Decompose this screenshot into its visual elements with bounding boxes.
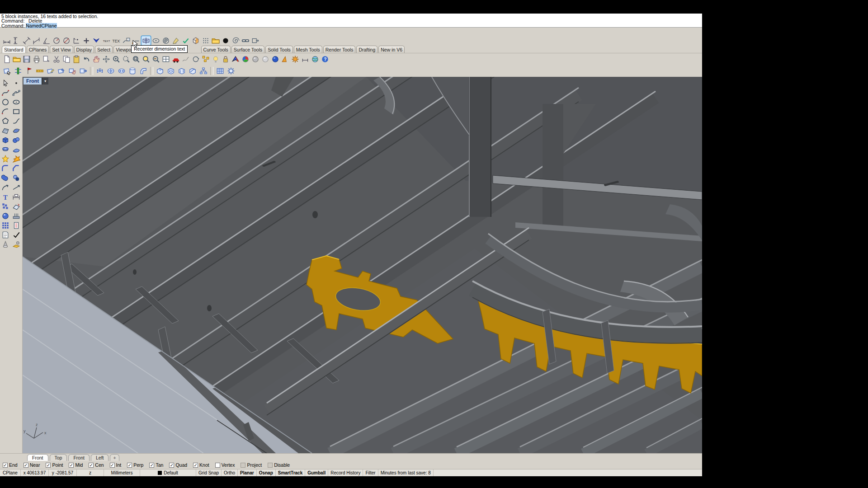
pipe-dashed-icon[interactable] — [35, 66, 45, 76]
dim-angle-icon[interactable] — [42, 36, 51, 45]
viewport-tab-top-1[interactable]: Top — [50, 454, 67, 461]
zoom-dynamic-icon[interactable] — [122, 55, 131, 64]
chamfer-edge-icon[interactable] — [11, 164, 21, 173]
surface-patch-icon[interactable] — [11, 126, 21, 135]
sketch-icon[interactable] — [181, 55, 190, 64]
osnap-vertex[interactable]: Vertex — [215, 462, 235, 468]
spheres-icon[interactable] — [11, 136, 21, 144]
viewport-tab-front-0[interactable]: Front — [27, 454, 48, 461]
osnap-perp[interactable]: ✓Perp — [127, 462, 143, 468]
status-cplane[interactable]: CPlane — [0, 469, 21, 476]
checkbox-quad[interactable]: ✓ — [169, 463, 174, 468]
box-note-icon[interactable] — [188, 66, 198, 76]
viewport-title[interactable]: Front ▼ — [24, 78, 48, 84]
copy-icon[interactable] — [62, 55, 71, 64]
tab-standard[interactable]: Standard — [2, 46, 26, 53]
table-grid-icon[interactable] — [215, 66, 225, 76]
box-solid-icon[interactable] — [0, 136, 10, 144]
arrow-down-blue-icon[interactable] — [92, 36, 101, 45]
spiral-curve-icon[interactable] — [231, 36, 240, 45]
boolean-blob-icon[interactable] — [0, 174, 10, 182]
text-object-icon[interactable]: T — [0, 192, 10, 201]
status-default[interactable]: Default — [140, 469, 196, 476]
status-y-2081-57[interactable]: y -2081.57 — [49, 469, 77, 476]
status-z[interactable]: z — [77, 469, 104, 476]
leader-annotate-icon[interactable]: 2 — [122, 36, 131, 45]
viewport-tab-front-2[interactable]: Front — [68, 454, 90, 461]
status-gumball[interactable]: Gumball — [305, 469, 328, 476]
curve-control-icon[interactable] — [11, 88, 21, 97]
torus-icon[interactable] — [0, 145, 10, 154]
plane-tool-icon[interactable] — [11, 202, 21, 211]
rhino-logo-icon[interactable] — [231, 55, 240, 64]
gasket-icon[interactable] — [117, 66, 127, 76]
dim-vertical-icon[interactable] — [12, 36, 21, 45]
checkbox-end[interactable]: ✓ — [3, 463, 8, 468]
arrow-box-icon[interactable] — [251, 36, 260, 45]
checkbox-mid[interactable]: ✓ — [69, 463, 74, 468]
curve-fillet-icon[interactable] — [0, 183, 10, 192]
lock-icon[interactable] — [221, 55, 230, 64]
tab-render-tools[interactable]: Render Tools — [323, 46, 356, 53]
cut-icon[interactable] — [52, 55, 61, 64]
select-cursor-icon[interactable] — [0, 79, 10, 87]
dim-diameter-icon[interactable] — [62, 36, 71, 45]
group-squares-icon[interactable] — [0, 202, 10, 211]
explode-star-icon[interactable] — [0, 155, 10, 163]
checkbox-near[interactable]: ✓ — [24, 463, 28, 468]
explode-burst-icon[interactable] — [11, 155, 21, 163]
status-millimeters[interactable]: Millimeters — [104, 469, 140, 476]
new-file-icon[interactable] — [2, 55, 11, 64]
arc-icon[interactable] — [0, 107, 10, 116]
checkbox-cen[interactable]: ✓ — [89, 463, 94, 468]
dim-edit-icon[interactable] — [171, 36, 180, 45]
tab-set-view[interactable]: Set View — [50, 46, 73, 53]
status-filter[interactable]: Filter — [363, 469, 378, 476]
paste-icon[interactable] — [72, 55, 81, 64]
gear-blue-icon[interactable] — [226, 66, 236, 76]
osnap-quad[interactable]: ✓Quad — [169, 462, 187, 468]
dim-horizontal-icon[interactable] — [2, 36, 11, 45]
pan-hand-icon[interactable] — [92, 55, 101, 64]
chevron-down-icon[interactable]: ▼ — [44, 80, 47, 83]
notify-triangle-icon[interactable] — [281, 55, 290, 64]
recenter-dim-icon[interactable] — [142, 36, 151, 45]
save-icon[interactable] — [22, 55, 31, 64]
ellipse-icon[interactable] — [11, 98, 21, 106]
osnap-cen[interactable]: ✓Cen — [89, 462, 104, 468]
four-viewports-icon[interactable] — [161, 55, 170, 64]
status-grid-snap[interactable]: Grid Snap — [196, 469, 222, 476]
dim-radius-icon[interactable] — [52, 36, 61, 45]
curve-blend-icon[interactable] — [11, 117, 21, 125]
plus-icon[interactable] — [82, 36, 91, 45]
checkbox-disable[interactable] — [268, 463, 273, 468]
dim-aligned-icon[interactable] — [22, 36, 31, 45]
viewport-title-label[interactable]: Front — [24, 78, 42, 84]
check-select-icon[interactable] — [11, 230, 21, 239]
curve-icon[interactable] — [0, 88, 10, 97]
flag-marker-icon[interactable] — [24, 66, 34, 76]
new-viewport-tab[interactable]: + — [110, 454, 119, 461]
undo-icon[interactable] — [82, 55, 91, 64]
checkbox-point[interactable]: ✓ — [46, 463, 51, 468]
checkbox-int[interactable]: ✓ — [110, 463, 115, 468]
dim-small-icon[interactable] — [301, 55, 310, 64]
viewport-3d-scene[interactable]: z x y — [23, 77, 702, 453]
sphere-rendered-icon[interactable] — [271, 55, 280, 64]
tab-curve-tools[interactable]: Curve Tools — [201, 46, 231, 53]
osnap-int[interactable]: ✓Int — [110, 462, 122, 468]
tab-select[interactable]: Select — [95, 46, 113, 53]
checkbox-knot[interactable]: ✓ — [193, 463, 198, 468]
dim-tool-icon[interactable] — [11, 192, 21, 201]
tab-cplanes[interactable]: CPlanes — [27, 46, 49, 53]
notes-tool-icon[interactable] — [0, 230, 10, 239]
checkbox-tan[interactable]: ✓ — [149, 463, 154, 468]
panel-stamp-icon[interactable] — [57, 66, 66, 76]
hatch-icon[interactable] — [161, 36, 170, 45]
point-icon[interactable] — [11, 79, 21, 87]
analysis-tool-icon[interactable] — [11, 211, 21, 220]
checkbox-project[interactable] — [241, 463, 245, 468]
curve-extend-icon[interactable] — [11, 183, 21, 192]
boolean-circles-icon[interactable] — [11, 174, 21, 182]
checkbox-vertex[interactable] — [215, 463, 220, 468]
